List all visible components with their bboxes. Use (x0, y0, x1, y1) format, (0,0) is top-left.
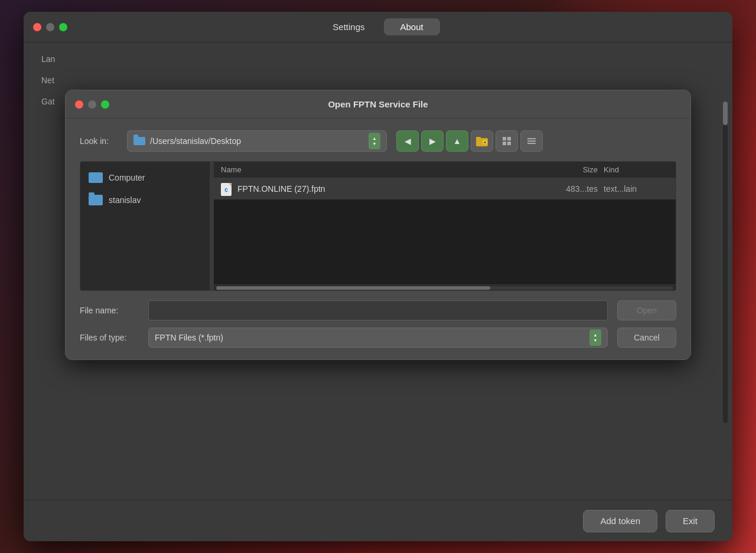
maximize-button[interactable] (59, 23, 67, 31)
tab-about[interactable]: About (384, 18, 440, 35)
browser-area: Computer stanislav Name Size (80, 161, 676, 291)
files-of-type-row: Files of type: FPTN Files (*.fptn) Cance… (80, 328, 676, 348)
title-bar: Settings About (24, 12, 732, 42)
app-window: Settings About Lan Net Gat Open FPTN Ser… (24, 12, 732, 541)
file-kind: text...lain (604, 184, 669, 194)
dialog-maximize-button[interactable] (101, 100, 109, 109)
new-folder-icon: + (476, 136, 488, 146)
file-type-dropdown[interactable]: FPTN Files (*.fptn) (148, 328, 608, 348)
svg-rect-5 (507, 137, 511, 140)
grid-view-button[interactable] (496, 130, 518, 152)
grid-view-icon (502, 136, 511, 146)
file-name: FPTN.ONLINE (27).fptn (237, 184, 539, 194)
cancel-button[interactable]: Cancel (617, 328, 676, 348)
path-folder-icon (133, 137, 145, 145)
up-icon: ▲ (453, 136, 461, 146)
horizontal-scrollbar[interactable] (214, 284, 676, 290)
files-of-type-label: Files of type: (80, 333, 139, 342)
tab-bar: Settings About (316, 18, 439, 35)
svg-rect-8 (527, 138, 536, 139)
col-kind-header: Kind (604, 165, 669, 174)
svg-rect-7 (507, 142, 511, 145)
path-text: /Users/stanislav/Desktop (150, 136, 364, 146)
close-button[interactable] (33, 23, 41, 31)
dialog-body: Look in: /Users/stanislav/Desktop ◀ ▶ (66, 119, 690, 359)
file-type-text: FPTN Files (*.fptn) (155, 333, 585, 342)
svg-rect-4 (503, 137, 506, 140)
stanislav-folder-icon (89, 195, 103, 205)
window-controls (33, 23, 67, 31)
file-name-row: File name: Open (80, 300, 676, 320)
svg-rect-10 (527, 143, 536, 144)
dialog-close-button[interactable] (75, 100, 83, 109)
col-size-header: Size (539, 165, 604, 174)
file-item[interactable]: FPTN.ONLINE (27).fptn 483...tes text...l… (214, 178, 676, 199)
stanislav-label: stanislav (109, 195, 141, 205)
file-doc-icon (221, 183, 233, 195)
shortcut-computer[interactable]: Computer (80, 166, 210, 189)
minimize-button[interactable] (46, 23, 54, 31)
forward-icon: ▶ (429, 136, 436, 146)
svg-rect-9 (527, 140, 536, 142)
new-folder-button[interactable]: + (471, 130, 493, 152)
toolbar-buttons: ◀ ▶ ▲ + (396, 130, 543, 152)
dialog-title-bar: Open FPTN Service File (66, 90, 690, 119)
file-size: 483...tes (539, 184, 604, 194)
up-button[interactable]: ▲ (446, 130, 468, 152)
shortcut-stanislav[interactable]: stanislav (80, 189, 210, 211)
back-button[interactable]: ◀ (396, 130, 419, 152)
computer-label: Computer (109, 173, 145, 182)
back-icon: ◀ (405, 136, 411, 146)
svg-rect-6 (503, 142, 506, 145)
tab-settings[interactable]: Settings (316, 18, 381, 35)
svg-rect-1 (476, 137, 481, 139)
list-view-button[interactable] (520, 130, 543, 152)
svg-text:+: + (484, 140, 487, 145)
dialog-title: Open FPTN Service File (328, 99, 428, 109)
type-spinner[interactable] (589, 329, 601, 346)
dialog-overlay: Open FPTN Service File Look in: /Users/s… (24, 42, 732, 541)
file-list-header: Name Size Kind (214, 162, 676, 178)
bottom-fields: File name: Open Files of type: FPTN File… (80, 300, 676, 348)
look-in-label: Look in: (80, 136, 121, 146)
open-button[interactable]: Open (617, 300, 676, 320)
dialog-minimize-button[interactable] (88, 100, 96, 109)
dialog-window-controls (75, 100, 109, 109)
look-in-row: Look in: /Users/stanislav/Desktop ◀ ▶ (80, 130, 676, 152)
file-name-label: File name: (80, 306, 139, 315)
scroll-track (216, 286, 673, 290)
path-dropdown[interactable]: /Users/stanislav/Desktop (127, 130, 387, 152)
list-view-icon (527, 136, 536, 146)
path-spinner[interactable] (369, 133, 380, 149)
scroll-thumb (216, 286, 490, 290)
file-list-panel: Name Size Kind FPTN.ONLINE (27).fptn 483… (214, 162, 676, 290)
file-list-body: FPTN.ONLINE (27).fptn 483...tes text...l… (214, 178, 676, 284)
forward-button[interactable]: ▶ (421, 130, 444, 152)
col-name-header: Name (221, 165, 539, 174)
file-name-input[interactable] (148, 300, 608, 320)
computer-icon (89, 172, 103, 183)
file-dialog: Open FPTN Service File Look in: /Users/s… (65, 90, 691, 360)
shortcuts-panel: Computer stanislav (80, 162, 210, 290)
